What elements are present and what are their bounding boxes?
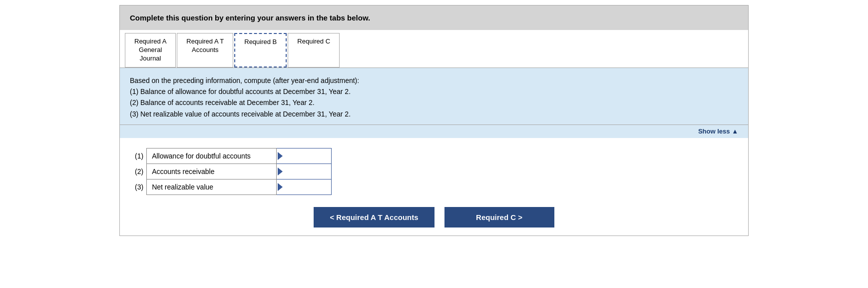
row3-triangle [278, 183, 283, 191]
row2-input-cell [277, 164, 332, 180]
table-row: (3) Net realizable value [130, 180, 332, 195]
row2-num: (2) [130, 164, 147, 180]
instruction-text: Complete this question by entering your … [130, 14, 370, 22]
content-area: (1) Allowance for doubtful accounts (2) … [120, 138, 748, 236]
table-row: (2) Accounts receivable [130, 164, 332, 180]
instruction-bar: Complete this question by entering your … [120, 6, 748, 30]
answers-table: (1) Allowance for doubtful accounts (2) … [130, 148, 332, 195]
row1-num: (1) [130, 148, 147, 164]
info-line4: (3) Net realizable value of accounts rec… [130, 108, 738, 120]
tab-req-a-accounts[interactable]: Required A T Accounts [177, 33, 233, 68]
info-line2: (1) Balance of allowance for doubtful ac… [130, 86, 738, 97]
row1-label: Allowance for doubtful accounts [147, 148, 277, 164]
row3-input[interactable] [283, 180, 331, 194]
nav-buttons-row: < Required A T Accounts Required C > [130, 207, 738, 228]
prev-button[interactable]: < Required A T Accounts [314, 207, 434, 228]
row2-label: Accounts receivable [147, 164, 277, 180]
main-container: Complete this question by entering your … [119, 5, 749, 236]
row3-input-cell [277, 180, 332, 195]
tabs-row: Required A General Journal Required A T … [120, 30, 748, 68]
table-row: (1) Allowance for doubtful accounts [130, 148, 332, 164]
tab-req-c[interactable]: Required C [288, 33, 340, 68]
info-box: Based on the preceding information, comp… [120, 68, 748, 126]
tab-req-b[interactable]: Required B [234, 33, 287, 68]
show-less-link[interactable]: Show less ▲ [698, 128, 738, 135]
row2-input[interactable] [283, 164, 331, 179]
row3-num: (3) [130, 180, 147, 195]
show-less-row: Show less ▲ [120, 125, 748, 138]
tab-req-a-general[interactable]: Required A General Journal [125, 33, 176, 68]
info-line3: (2) Balance of accounts receivable at De… [130, 97, 738, 108]
row1-input[interactable] [283, 148, 331, 164]
info-line1: Based on the preceding information, comp… [130, 75, 738, 86]
row1-triangle [278, 152, 283, 160]
row3-label: Net realizable value [147, 180, 277, 195]
row1-input-cell [277, 148, 332, 164]
row2-triangle [278, 168, 283, 176]
next-button[interactable]: Required C > [444, 207, 554, 228]
